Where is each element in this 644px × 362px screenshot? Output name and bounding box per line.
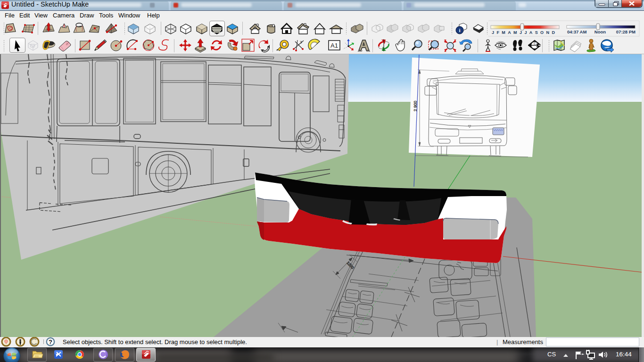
svg-text:?: ? — [49, 338, 52, 346]
svg-text:C: C — [534, 42, 536, 45]
svg-text:A1: A1 — [330, 42, 338, 49]
svg-text:3: 3 — [300, 40, 302, 44]
svg-text:16:44: 16:44 — [616, 351, 632, 358]
svg-text:04:37 AM: 04:37 AM — [567, 29, 586, 34]
svg-text:Noon: Noon — [594, 29, 606, 34]
svg-text:JFMAMJJASOND: JFMAMJJASOND — [492, 30, 557, 35]
svg-text:07:28 PM: 07:28 PM — [616, 29, 636, 34]
svg-text:i: i — [459, 27, 460, 33]
